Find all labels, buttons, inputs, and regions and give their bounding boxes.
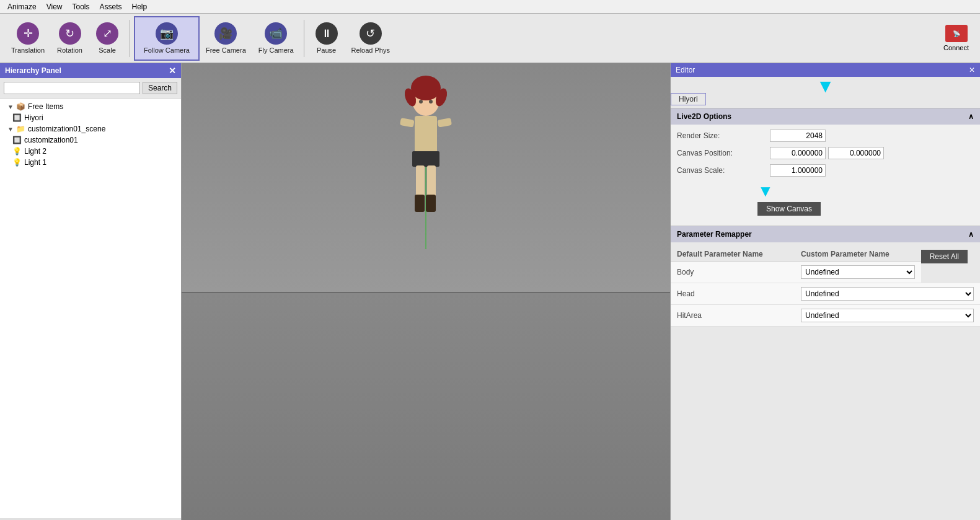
param-name-head: Head xyxy=(677,289,801,298)
editor-close[interactable]: ✕ xyxy=(969,66,975,74)
tree-toggle-free-items: ▼ xyxy=(7,104,14,110)
tree-item-custom01[interactable]: 🔲 customization01 xyxy=(2,134,179,146)
menu-help[interactable]: Help xyxy=(127,1,152,12)
scale-label: Scale xyxy=(99,46,116,54)
free-items-icon: 📦 xyxy=(16,102,25,111)
svg-rect-12 xyxy=(426,195,436,212)
light1-icon: 💡 xyxy=(12,158,22,167)
param-select-hitarea[interactable]: Undefined xyxy=(801,309,974,322)
canvas-position-y-input[interactable] xyxy=(828,147,884,159)
default-param-col-header: Default Parameter Name xyxy=(677,250,801,258)
canvas-scale-row: Canvas Scale: xyxy=(677,164,974,177)
left-panel: Hierarchy Panel ✕ Search ▼ 📦 Free Items … xyxy=(0,63,182,520)
connect-icon: 📡 xyxy=(945,25,968,42)
rotation-button[interactable]: ↻ Rotation xyxy=(51,16,89,61)
svg-point-6 xyxy=(429,100,433,104)
param-name-body: Body xyxy=(677,268,801,276)
svg-rect-7 xyxy=(415,116,437,153)
param-name-hitarea: HitArea xyxy=(677,311,801,320)
light2-label: Light 2 xyxy=(24,147,46,156)
pause-label: Pause xyxy=(317,46,336,54)
editor-panel: Editor ✕ ▼ Hiyori Live2D Options ∧ Rende… xyxy=(670,63,980,520)
editor-title: Editor xyxy=(676,66,695,74)
hiyori-icon: 🔲 xyxy=(12,113,22,122)
pause-button[interactable]: ⏸ Pause xyxy=(308,16,345,61)
connect-label: Connect xyxy=(943,44,969,51)
reload-phys-button[interactable]: ↺ Reload Phys xyxy=(345,16,396,61)
search-input[interactable] xyxy=(4,82,140,94)
param-table-header: Default Parameter Name Custom Parameter … xyxy=(671,247,921,262)
scale-icon: ⤢ xyxy=(96,22,118,45)
free-camera-label: Free Camera xyxy=(206,46,246,54)
free-camera-icon: 🎥 xyxy=(214,22,237,45)
canvas-scale-input[interactable] xyxy=(770,164,826,177)
live2d-section-body: Render Size: Canvas Position: Canvas Sca… xyxy=(671,125,980,226)
toolbar: ✛ Translation ↻ Rotation ⤢ Scale 📷 Follo… xyxy=(0,14,980,63)
menu-animaze[interactable]: Animaze xyxy=(2,1,42,12)
viewport[interactable] xyxy=(182,63,670,520)
svg-rect-9 xyxy=(416,165,425,196)
custom01-icon: 🔲 xyxy=(12,136,22,144)
canvas-position-row: Canvas Position: xyxy=(677,147,974,159)
character-svg xyxy=(389,76,463,249)
tree-item-light2[interactable]: 💡 Light 2 xyxy=(2,146,179,157)
custom01-label: customization01 xyxy=(24,136,78,144)
menu-view[interactable]: View xyxy=(42,1,68,12)
follow-camera-button[interactable]: 📷 Follow Camera xyxy=(134,16,200,61)
reset-all-area: Reset All xyxy=(671,242,980,247)
param-remapper-header[interactable]: Parameter Remapper ∧ xyxy=(671,226,980,242)
svg-rect-11 xyxy=(415,195,425,212)
cyan-arrow-top: ▼ xyxy=(816,77,835,95)
param-select-body[interactable]: Undefined xyxy=(801,265,915,279)
custom-param-col-header: Custom Parameter Name xyxy=(801,250,915,258)
editor-tab-area: ▼ Hiyori xyxy=(671,77,980,108)
cyan-arrow-show-canvas: ▼ xyxy=(757,182,774,201)
canvas-position-x-input[interactable] xyxy=(770,147,826,159)
param-row-head: Head Undefined xyxy=(671,283,980,305)
reload-phys-label: Reload Phys xyxy=(351,46,390,54)
param-select-head[interactable]: Undefined xyxy=(801,287,974,301)
translation-button[interactable]: ✛ Translation xyxy=(5,16,51,61)
show-canvas-area: ▼ Show Canvas xyxy=(677,182,974,216)
follow-camera-label: Follow Camera xyxy=(144,46,190,54)
reload-phys-icon: ↺ xyxy=(360,22,382,45)
hierarchy-panel-title: Hierarchy Panel xyxy=(5,66,61,75)
live2d-section-header[interactable]: Live2D Options ∧ xyxy=(671,108,980,125)
param-remapper-body: Reset All Default Parameter Name Custom … xyxy=(671,242,980,327)
free-camera-button[interactable]: 🎥 Free Camera xyxy=(200,16,252,61)
tree-item-hiyori[interactable]: 🔲 Hiyori xyxy=(2,112,179,123)
light2-icon: 💡 xyxy=(12,147,22,156)
toolbar-sep-1 xyxy=(130,20,130,57)
tree-toggle-scene: ▼ xyxy=(7,126,14,133)
svg-rect-10 xyxy=(427,165,436,196)
toolbar-sep-2 xyxy=(304,20,304,57)
menu-bar: Animaze View Tools Assets Help xyxy=(0,0,980,14)
scale-button[interactable]: ⤢ Scale xyxy=(89,16,126,61)
svg-rect-8 xyxy=(412,151,439,167)
viewport-lower xyxy=(182,292,670,521)
tree-item-free-items[interactable]: ▼ 📦 Free Items xyxy=(2,101,179,112)
param-remapper-chevron: ∧ xyxy=(968,230,974,239)
scene-label: customization01_scene xyxy=(28,125,105,133)
search-button[interactable]: Search xyxy=(143,82,177,94)
hierarchy-panel: Hierarchy Panel ✕ Search ▼ 📦 Free Items … xyxy=(0,63,182,520)
param-row-body: Body Undefined xyxy=(671,262,921,283)
tree-item-scene[interactable]: ▼ 📁 customization01_scene xyxy=(2,123,179,134)
tree-item-light1[interactable]: 💡 Light 1 xyxy=(2,157,179,168)
pause-icon: ⏸ xyxy=(316,22,338,45)
render-size-row: Render Size: xyxy=(677,130,974,142)
hierarchy-panel-close[interactable]: ✕ xyxy=(169,66,176,76)
render-size-input[interactable] xyxy=(770,130,826,142)
fly-camera-button[interactable]: 📹 Fly Camera xyxy=(252,16,300,61)
fly-camera-icon: 📹 xyxy=(265,22,287,45)
editor-tab-hiyori[interactable]: Hiyori xyxy=(671,93,706,105)
render-size-label: Render Size: xyxy=(677,131,770,140)
connect-button[interactable]: 📡 Connect xyxy=(937,22,975,54)
show-canvas-button[interactable]: Show Canvas xyxy=(757,202,821,216)
light1-label: Light 1 xyxy=(24,158,46,167)
editor-panel-header: Editor ✕ xyxy=(671,63,980,77)
reset-all-button[interactable]: Reset All xyxy=(921,250,968,263)
menu-assets[interactable]: Assets xyxy=(95,1,127,12)
canvas-position-label: Canvas Position: xyxy=(677,149,770,157)
menu-tools[interactable]: Tools xyxy=(67,1,94,12)
